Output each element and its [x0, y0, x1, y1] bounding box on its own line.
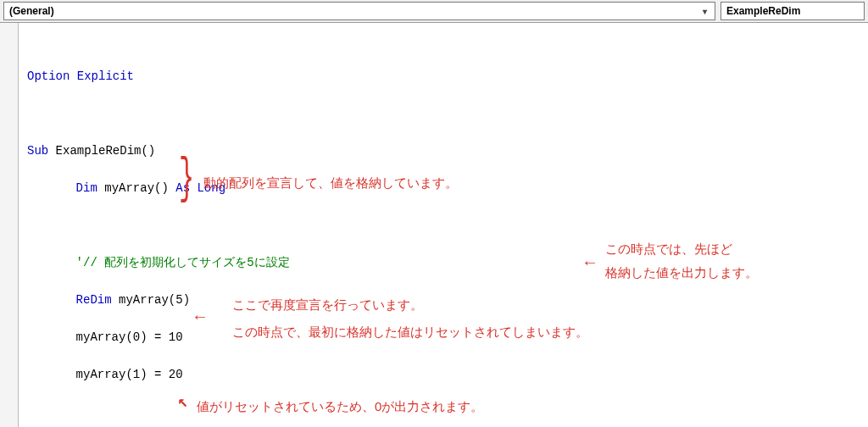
procedure-dropdown-value: ExampleReDim [726, 5, 800, 17]
arrow-diag-icon: ↖ [178, 394, 188, 411]
scope-dropdown[interactable]: (General) ▾ [3, 2, 715, 20]
gutter [0, 23, 19, 427]
annotation-text: ここで再度宣言を行っています。 [232, 296, 423, 314]
code-editor[interactable]: Option Explicit Sub ExampleReDim() Dim m… [19, 23, 868, 427]
editor-area: Option Explicit Sub ExampleReDim() Dim m… [0, 23, 868, 427]
code-text: myArray(5) [112, 293, 190, 307]
scope-dropdown-value: (General) [9, 5, 54, 17]
toolbar: (General) ▾ ExampleReDim [0, 0, 868, 23]
arrow-left-icon: ← [195, 309, 205, 326]
annotation-text: 値がリセットされているため、0が出力されます。 [197, 397, 483, 416]
code-keyword: Sub [27, 144, 48, 158]
code-keyword: ReDim [76, 293, 112, 307]
arrow-left-icon: ← [585, 255, 595, 272]
code-text: myArray(1) = 20 [76, 368, 183, 381]
procedure-dropdown[interactable]: ExampleReDim [721, 2, 865, 20]
code-comment: '// 配列を初期化してサイズを5に設定 [76, 256, 290, 269]
annotation-text: この時点では、先ほど [605, 240, 732, 258]
code-text: myArray() [97, 181, 175, 195]
code-text: ExampleReDim() [48, 144, 155, 158]
annotation-text: この時点で、最初に格納した値はリセットされてしまいます。 [232, 323, 588, 341]
annotation-text: 動的配列を宣言して、値を格納しています。 [203, 174, 458, 192]
brace-icon: } [179, 153, 194, 204]
annotation-text: 格納した値を出力します。 [605, 263, 758, 282]
code-keyword: Option Explicit [27, 69, 134, 83]
chevron-down-icon: ▾ [698, 4, 711, 18]
code-text: myArray(0) = 10 [76, 330, 183, 344]
code-keyword: Dim [76, 181, 97, 195]
